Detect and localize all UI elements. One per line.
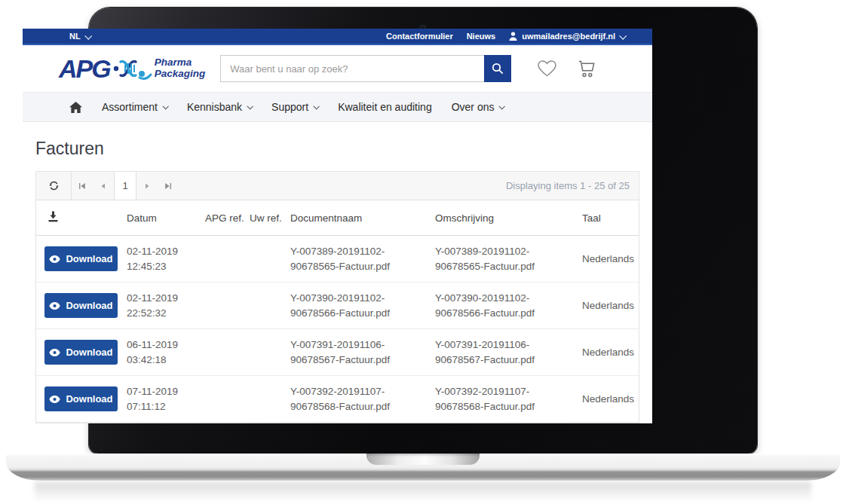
chevron-down-icon [247,103,253,109]
refresh-icon [48,180,60,191]
column-header-taal: Taal [582,212,639,224]
nav-kennisbank[interactable]: Kennisbank [187,101,252,113]
refresh-button[interactable] [36,172,72,200]
language-selector[interactable]: NL [69,32,90,41]
download-button[interactable]: Download [44,293,118,318]
download-button-label: Download [66,300,112,311]
nav-label: Over ons [452,101,495,113]
dna-logo-icon [113,55,152,82]
news-link[interactable]: Nieuws [467,32,496,41]
download-button-label: Download [66,253,112,264]
topbar-links: Contactformulier Nieuws uwmailadres@bedr… [386,32,625,41]
main-navigation: Assortiment Kennisbank Support Kwaliteit… [23,92,652,122]
search-button[interactable] [484,55,511,82]
nav-label: Assortiment [102,101,158,113]
language-label: NL [69,32,81,41]
laptop-reflection [35,482,811,502]
cell-datum: 06-11-201903:42:18 [127,338,205,368]
heart-icon [537,60,557,78]
table-row: Download 07-11-201907:11:12 Y-007392-201… [36,376,639,423]
eye-icon [49,349,60,356]
cart-icon [577,60,597,78]
eye-icon [49,396,60,403]
site-search [220,55,511,82]
table-row: Download 02-11-201912:45:23 Y-007389-201… [36,236,639,283]
chevron-down-icon [84,32,92,39]
browser-viewport: NL Contactformulier Nieuws uwmailadres@b… [23,29,652,423]
last-page-button[interactable] [158,172,179,200]
cell-omschrijving: Y-007389-20191102-90678565-Factuur.pdf [435,244,582,274]
cell-datum: 07-11-201907:11:12 [127,384,205,414]
first-page-button[interactable] [72,172,93,200]
home-icon [69,102,82,113]
cell-documentnaam: Y-007389-20191102-90678565-Factuur.pdf [290,244,435,274]
nav-label: Kennisbank [187,101,242,113]
column-header-uw-ref: Uw ref. [250,212,290,224]
laptop-mockup-page: { "topbar": { "language": "NL", "contact… [0,0,846,504]
table-row: Download 02-11-201922:52:32 Y-007390-201… [36,283,639,329]
table-toolbar: 1 Displaying items 1 - 25 of 25 [36,172,639,200]
cell-documentnaam: Y-007390-20191102-90678566-Factuur.pdf [290,291,435,321]
column-header-omschrijving: Omschrijving [435,212,582,224]
eye-icon [49,255,60,263]
download-icon [48,211,59,222]
nav-label: Support [271,101,308,113]
column-header-datum: Datum [127,212,205,224]
logo-tagline: Pharma Packaging [155,57,206,80]
column-header-documentnaam: Documentnaam [290,212,435,224]
wishlist-button[interactable] [537,60,557,78]
current-page-indicator: 1 [114,172,136,200]
download-button[interactable]: Download [44,246,118,271]
eye-icon [49,302,60,310]
column-header-apg-ref: APG ref. [205,212,250,224]
cell-datum: 02-11-201922:52:32 [127,291,205,321]
cell-datum: 02-11-201912:45:23 [127,244,205,274]
cell-documentnaam: Y-007392-20191107-90678568-Factuur.pdf [290,384,435,414]
site-header: APG Pharma Packaging [23,45,652,92]
top-utility-bar: NL Contactformulier Nieuws uwmailadres@b… [23,29,652,45]
pagination-status: Displaying items 1 - 25 of 25 [506,172,639,200]
cell-taal: Nederlands [582,253,639,264]
cell-taal: Nederlands [582,300,639,311]
laptop-lid-notch [366,454,480,465]
cell-taal: Nederlands [582,347,639,358]
search-icon [492,63,504,75]
cell-taal: Nederlands [582,393,639,405]
contact-link[interactable]: Contactformulier [386,32,453,41]
page-title: Facturen [35,139,639,159]
nav-home[interactable] [69,102,82,113]
download-button-label: Download [66,393,112,405]
previous-page-icon [100,182,107,190]
table-header-row: Datum APG ref. Uw ref. Documentnaam Omsc… [36,200,639,236]
chevron-down-icon [162,103,168,109]
last-page-icon [164,182,172,190]
logo-wordmark: APG [59,54,110,84]
download-all-control[interactable] [36,211,127,225]
chevron-down-icon [314,103,320,109]
search-input[interactable] [220,55,484,82]
chevron-down-icon [499,103,505,109]
download-button[interactable]: Download [44,340,118,365]
cart-button[interactable] [577,60,597,78]
next-page-icon [143,182,151,190]
nav-over-ons[interactable]: Over ons [452,101,504,113]
cell-omschrijving: Y-007392-20191107-90678568-Factuur.pdf [435,384,582,414]
first-page-icon [78,182,86,190]
invoices-table: 1 Displaying items 1 - 25 of 25 [35,171,639,423]
cell-omschrijving: Y-007391-20191106-90678567-Factuur.pdf [435,338,582,368]
account-menu[interactable]: uwmailadres@bedrijf.nl [509,32,625,41]
company-logo[interactable]: APG Pharma Packaging [59,54,205,84]
download-button[interactable]: Download [44,386,118,411]
page-content: Facturen [23,139,652,423]
nav-kwaliteit-en-auditing[interactable]: Kwaliteit en auditing [338,101,432,113]
download-button-label: Download [66,347,112,358]
account-email: uwmailadres@bedrijf.nl [522,32,615,41]
previous-page-button[interactable] [93,172,114,200]
next-page-button[interactable] [136,172,158,200]
chevron-down-icon [619,32,627,39]
nav-assortiment[interactable]: Assortiment [102,101,167,113]
nav-support[interactable]: Support [271,101,318,113]
user-icon [509,32,517,41]
cell-omschrijving: Y-007390-20191102-90678566-Factuur.pdf [435,291,582,321]
nav-label: Kwaliteit en auditing [338,101,432,113]
